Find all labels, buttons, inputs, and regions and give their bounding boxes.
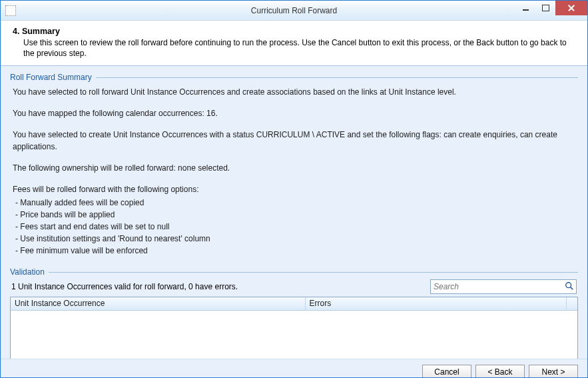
back-button[interactable]: < Back xyxy=(475,365,525,378)
column-header-occurrence[interactable]: Unit Instance Occurrence xyxy=(11,297,306,310)
fee-option: - Fees start and end dates will be set t… xyxy=(13,221,575,233)
cancel-button[interactable]: Cancel xyxy=(422,365,471,378)
grid-header: Unit Instance Occurrence Errors xyxy=(11,297,577,311)
validation-fieldset-header: Validation xyxy=(10,267,578,277)
summary-line-1: You have selected to roll forward Unit I… xyxy=(13,86,575,98)
footer: Cancel < Back Next > xyxy=(1,359,587,378)
summary-fieldset-header: Roll Forward Summary xyxy=(10,73,578,82)
summary-line-5: Fees will be rolled forward with the fol… xyxy=(13,183,575,195)
column-header-errors[interactable]: Errors xyxy=(306,297,577,310)
step-header: 4. Summary Use this screen to review the… xyxy=(1,21,587,66)
content-area: Roll Forward Summary You have selected t… xyxy=(1,66,587,359)
close-button[interactable] xyxy=(555,1,587,15)
validation-grid[interactable]: Unit Instance Occurrence Errors xyxy=(10,297,578,359)
validation-toolbar: 1 Unit Instance Occurrences valid for ro… xyxy=(10,279,578,294)
search-wrap xyxy=(430,279,577,294)
app-icon xyxy=(5,5,16,16)
summary-legend: Roll Forward Summary xyxy=(10,73,96,82)
fee-option: - Price bands will be applied xyxy=(13,209,575,221)
fee-option: - Use institution settings and 'Round to… xyxy=(13,233,575,245)
window-title: Curriculum Roll Forward xyxy=(251,6,337,15)
summary-line-2: You have mapped the following calendar o… xyxy=(13,107,575,119)
svg-line-1 xyxy=(571,287,573,290)
divider xyxy=(96,77,578,78)
divider xyxy=(49,272,578,273)
window-controls xyxy=(515,1,587,15)
fee-option: - Manually added fees will be copied xyxy=(13,197,575,209)
maximize-button[interactable] xyxy=(535,1,555,15)
summary-line-3: You have selected to create Unit Instanc… xyxy=(13,129,575,153)
summary-line-4: The following ownership will be rolled f… xyxy=(13,162,575,174)
step-title: 4. Summary xyxy=(13,27,575,36)
minimize-button[interactable] xyxy=(515,1,535,15)
summary-body: You have selected to roll forward Unit I… xyxy=(10,85,578,267)
step-description: Use this screen to review the roll forwa… xyxy=(13,37,575,59)
svg-point-0 xyxy=(566,283,571,288)
next-button[interactable]: Next > xyxy=(529,365,578,378)
close-icon xyxy=(567,4,575,12)
titlebar[interactable]: Curriculum Roll Forward xyxy=(1,1,587,21)
search-icon[interactable] xyxy=(565,281,574,291)
search-input[interactable] xyxy=(430,279,577,294)
validation-status: 1 Unit Instance Occurrences valid for ro… xyxy=(11,282,238,291)
validation-legend: Validation xyxy=(10,267,49,277)
fee-options-list: - Manually added fees will be copied - P… xyxy=(13,197,575,257)
fee-option: - Fee minimum value will be enforced xyxy=(13,245,575,257)
